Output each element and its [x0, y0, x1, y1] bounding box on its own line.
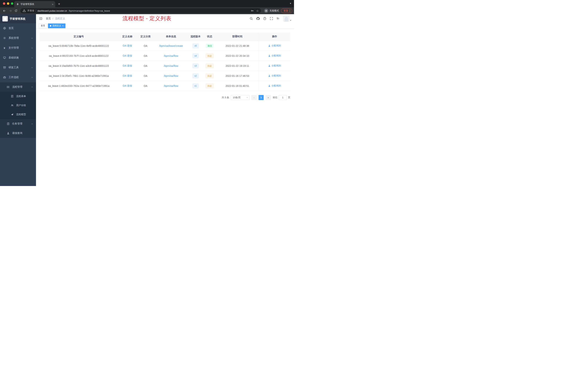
github-icon[interactable]: [256, 17, 260, 20]
column-header-actions: 操作: [259, 33, 290, 41]
tag-close-icon[interactable]: ×: [62, 25, 64, 27]
incognito-icon: [264, 9, 268, 13]
back-button[interactable]: [2, 8, 7, 13]
status-badge: 挂起: [206, 74, 214, 78]
cell-version: v1: [188, 81, 203, 91]
security-warning-icon[interactable]: [22, 9, 26, 12]
sidebar-item-workflow[interactable]: 工作流程: [0, 72, 36, 82]
cell-actions: 分配规则: [259, 51, 290, 61]
sidebar-item-infrastructure[interactable]: 基础设施: [0, 53, 36, 63]
users-icon: [10, 104, 14, 107]
goto-page: 前往 页: [273, 95, 290, 100]
sidebar-item-label: 流程模型: [16, 113, 26, 116]
assign-rule-button[interactable]: 分配规则: [268, 44, 281, 47]
assign-rule-button[interactable]: 分配规则: [268, 84, 281, 87]
avatar-caret-icon: ▾: [290, 19, 291, 21]
page-number-button[interactable]: 1: [259, 95, 264, 100]
maximize-window-button[interactable]: [11, 2, 13, 5]
user-icon: [268, 75, 271, 77]
update-button[interactable]: 更新: [281, 8, 292, 13]
toolbox-icon: [3, 66, 6, 69]
form-link[interactable]: /bpm/oa/flow: [164, 75, 178, 77]
font-size-icon[interactable]: TT: [277, 17, 279, 20]
help-icon[interactable]: [263, 17, 266, 20]
cell-version: v3: [188, 61, 203, 71]
version-badge: v1: [193, 84, 199, 88]
page-size-select[interactable]: 10条/页 ▾: [231, 95, 250, 100]
tags-view: 首页 流程定义 ×: [36, 23, 294, 29]
sidebar-collapse-icon[interactable]: [39, 17, 43, 21]
sidebar-item-task-management[interactable]: 任务管理: [0, 119, 36, 129]
sidebar-item-payment[interactable]: ¥ 支付管理: [0, 43, 36, 53]
password-key-icon[interactable]: [251, 9, 254, 12]
cell-form-info: /bpm/oa/flow: [154, 51, 188, 61]
browser-tab[interactable]: 芋道管理系统 ×: [14, 1, 55, 7]
sidebar-item-system[interactable]: 系统管理: [0, 33, 36, 43]
cell-actions: 分配规则: [259, 41, 290, 51]
tab-close-icon[interactable]: ×: [52, 3, 53, 6]
sidebar-item-process-management[interactable]: 流程管理: [0, 82, 36, 92]
address-bar[interactable]: 不安全 dashboard.yudao.iocoder.cn /bpm/mana…: [20, 8, 261, 13]
assign-rule-button[interactable]: 分配规则: [268, 74, 281, 77]
prev-page-button[interactable]: ‹: [251, 95, 257, 100]
sidebar-item-label: 流程管理: [12, 85, 22, 89]
reload-button[interactable]: [13, 8, 19, 13]
omnibox-actions: ☆: [251, 9, 259, 12]
goto-label: 前往: [273, 96, 277, 99]
search-icon[interactable]: [250, 17, 253, 20]
new-tab-button[interactable]: +: [56, 1, 62, 7]
table-row: oa_leave:1:482ec033-762a-11ec-8477-a2380…: [40, 81, 290, 91]
url-path: /bpm/manager/definition?key=oa_leave: [69, 10, 249, 12]
tag-home[interactable]: 首页: [39, 23, 47, 28]
gear-icon: [3, 37, 6, 40]
tab-search-icon[interactable]: ▾: [290, 2, 291, 5]
cell-status: 挂起: [203, 81, 216, 91]
status-badge: 挂起: [206, 84, 214, 88]
definition-name-link[interactable]: OA 请假: [123, 74, 132, 77]
form-link[interactable]: /bpm/oa/flow: [164, 85, 178, 87]
person-icon: [7, 132, 10, 135]
sidebar-item-devtools[interactable]: 研发工具: [0, 63, 36, 72]
form-link[interactable]: /bpm/oa/flow: [164, 55, 178, 57]
sidebar-item-process-form[interactable]: 流程表单: [0, 92, 36, 101]
browser-menu-icon[interactable]: [290, 10, 290, 12]
app-frame: 芋道管理系统 首页 系统管理 ¥ 支付管理: [0, 14, 294, 186]
cell-status: 挂起: [203, 51, 216, 61]
tag-process-definition[interactable]: 流程定义 ×: [48, 23, 65, 28]
cell-definition-name: OA 请假: [118, 51, 137, 61]
cell-category: OA: [137, 81, 154, 91]
definition-name-link[interactable]: OA 请假: [123, 54, 132, 57]
close-window-button[interactable]: [3, 2, 5, 5]
breadcrumb-home[interactable]: 首页: [46, 17, 51, 20]
cell-form-info: /bpm/oa/flow: [154, 61, 188, 71]
definition-name-link[interactable]: OA 请假: [123, 84, 132, 87]
tab-favicon-icon: [16, 3, 19, 6]
assign-rule-button[interactable]: 分配规则: [268, 54, 281, 57]
form-link[interactable]: /bpm/oa/leave/create: [159, 44, 183, 47]
forward-button[interactable]: [8, 8, 13, 13]
definition-name-link[interactable]: OA 请假: [123, 64, 132, 67]
form-link[interactable]: /bpm/oa/flow: [164, 65, 178, 67]
main-area: 首页 / 流程定义 流程模型 - 定义列表: [36, 14, 294, 186]
column-header-definition-name: 定义名称: [118, 33, 137, 41]
definition-name-link[interactable]: OA 请假: [123, 44, 132, 47]
next-page-button[interactable]: ›: [265, 95, 271, 100]
sidebar-item-process-model[interactable]: 流程模型: [0, 110, 36, 119]
cell-form-info: /bpm/oa/flow: [154, 71, 188, 81]
browser-tabstrip: 芋道管理系统 × + ▾: [0, 0, 294, 7]
cell-form-info: /bpm/oa/leave/create: [154, 41, 188, 51]
fullscreen-icon[interactable]: [270, 17, 273, 20]
status-badge: 挂起: [206, 54, 214, 58]
sidebar-item-home[interactable]: 首页: [0, 23, 36, 33]
bookmark-star-icon[interactable]: ☆: [256, 9, 259, 12]
sidebar-logo[interactable]: 芋道管理系统: [0, 14, 36, 23]
cell-deploy-time: 2022-01-22 19:19:11: [216, 61, 259, 71]
cell-deploy-time: 2022-01-16 17:46:53: [216, 71, 259, 81]
briefcase-icon: [3, 76, 6, 79]
user-avatar-menu[interactable]: ▾: [283, 15, 291, 22]
sidebar-item-leave-query[interactable]: 请假查询: [0, 129, 36, 138]
minimize-window-button[interactable]: [7, 2, 9, 5]
goto-page-input[interactable]: [279, 95, 287, 100]
assign-rule-button[interactable]: 分配规则: [268, 64, 281, 67]
sidebar-item-user-group[interactable]: 用户分组: [0, 101, 36, 110]
